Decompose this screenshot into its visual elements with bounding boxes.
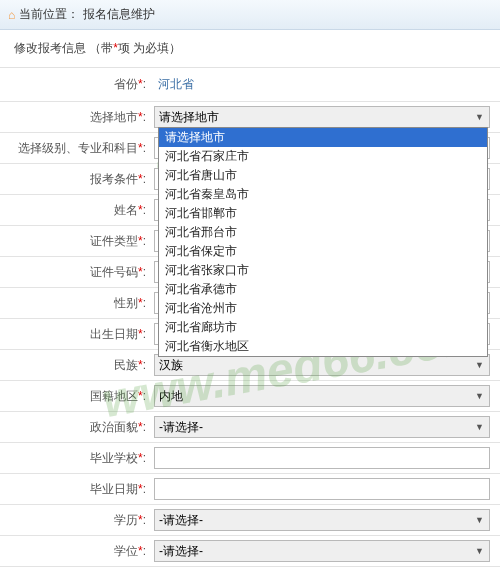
label-gender: 性别 <box>114 296 138 310</box>
city-dropdown-option[interactable]: 河北省邢台市 <box>159 223 487 242</box>
city-dropdown[interactable]: 请选择地市河北省石家庄市河北省唐山市河北省秦皇岛市河北省邯郸市河北省邢台市河北省… <box>158 127 488 357</box>
nationality-region-select[interactable] <box>154 385 490 407</box>
grad-date-input[interactable] <box>154 478 490 500</box>
breadcrumb-page: 报名信息维护 <box>83 6 155 23</box>
political-select[interactable] <box>154 416 490 438</box>
breadcrumb: ⌂ 当前位置： 报名信息维护 <box>0 0 500 30</box>
city-dropdown-option[interactable]: 请选择地市 <box>159 128 487 147</box>
city-dropdown-option[interactable]: 河北省邯郸市 <box>159 204 487 223</box>
degree-select[interactable] <box>154 540 490 562</box>
label-condition: 报考条件 <box>90 172 138 186</box>
label-political: 政治面貌 <box>90 420 138 434</box>
label-id-type: 证件类型 <box>90 234 138 248</box>
city-dropdown-option[interactable]: 河北省衡水地区 <box>159 337 487 356</box>
label-level-subject: 选择级别、专业和科目 <box>18 141 138 155</box>
label-name: 姓名 <box>114 203 138 217</box>
city-dropdown-option[interactable]: 河北省秦皇岛市 <box>159 185 487 204</box>
label-birth: 出生日期 <box>90 327 138 341</box>
ethnicity-select[interactable] <box>154 354 490 376</box>
city-dropdown-option[interactable]: 河北省唐山市 <box>159 166 487 185</box>
label-id-number: 证件号码 <box>90 265 138 279</box>
label-degree: 学位 <box>114 544 138 558</box>
city-dropdown-option[interactable]: 河北省廊坊市 <box>159 318 487 337</box>
breadcrumb-label: 当前位置： <box>19 6 79 23</box>
city-select[interactable] <box>154 106 490 128</box>
label-education: 学历 <box>114 513 138 527</box>
label-grad-date: 毕业日期 <box>90 482 138 496</box>
section-title: 修改报考信息 （带*项 为必填） <box>0 30 500 68</box>
label-nationality-region: 国籍地区 <box>90 389 138 403</box>
city-dropdown-option[interactable]: 河北省石家庄市 <box>159 147 487 166</box>
label-ethnicity: 民族 <box>114 358 138 372</box>
province-value: 河北省 <box>154 72 490 97</box>
city-dropdown-option[interactable]: 河北省承德市 <box>159 280 487 299</box>
label-province: 省份 <box>114 77 138 91</box>
home-icon: ⌂ <box>8 8 15 22</box>
label-school: 毕业学校 <box>90 451 138 465</box>
city-dropdown-option[interactable]: 河北省沧州市 <box>159 299 487 318</box>
school-input[interactable] <box>154 447 490 469</box>
education-select[interactable] <box>154 509 490 531</box>
city-dropdown-option[interactable]: 河北省保定市 <box>159 242 487 261</box>
city-dropdown-option[interactable]: 河北省张家口市 <box>159 261 487 280</box>
label-city: 选择地市 <box>90 110 138 124</box>
